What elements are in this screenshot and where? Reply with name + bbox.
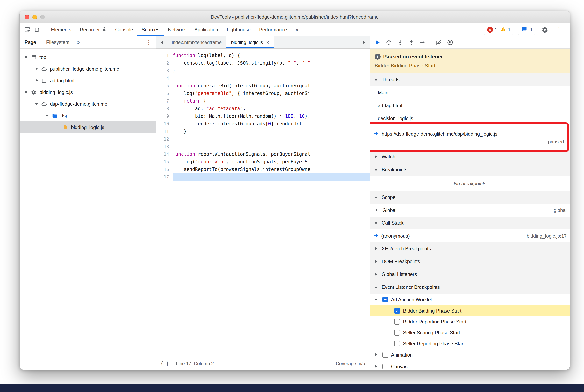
checkbox-indeterminate[interactable] bbox=[382, 297, 388, 302]
resume-script-button[interactable] bbox=[372, 37, 383, 48]
section-watch[interactable]: Watch bbox=[370, 150, 570, 163]
navigator-more-tabs-chevron[interactable]: » bbox=[74, 36, 82, 48]
console-summary-chip[interactable]: × 1 1 bbox=[484, 25, 514, 35]
issues-button[interactable]: 1 bbox=[518, 25, 536, 35]
tree-item-publisher-fledge-demo-glitch-me[interactable]: publisher-fledge-demo.glitch.me bbox=[20, 63, 156, 75]
section-event-listener-breakpoints[interactable]: Event Listener Breakpoints bbox=[370, 281, 570, 294]
checkbox-unchecked[interactable] bbox=[394, 330, 400, 336]
code-line[interactable]: 2 console.log(label, JSON.stringify(o, "… bbox=[156, 59, 370, 67]
fullscreen-window-button[interactable] bbox=[40, 15, 45, 20]
code-text[interactable]: } bbox=[173, 173, 370, 181]
code-text[interactable]: } bbox=[173, 135, 370, 143]
code-text[interactable]: bid: Math.floor(Math.random() * 100, 10)… bbox=[173, 112, 370, 120]
checkbox-checked[interactable] bbox=[394, 308, 400, 314]
section-global-listeners[interactable]: Global Listeners bbox=[370, 268, 570, 281]
format-code-icon[interactable]: { } bbox=[160, 361, 169, 366]
tree-item-dsp-fledge-demo-glitch-me[interactable]: dsp-fledge-demo.glitch.me bbox=[20, 98, 156, 110]
expand-icon[interactable] bbox=[373, 352, 380, 357]
section-call-stack[interactable]: Call Stack bbox=[370, 217, 570, 230]
code-line[interactable]: 10 render: interestGroup.ads[0].renderUr… bbox=[156, 120, 370, 128]
more-panels-chevron[interactable]: » bbox=[291, 23, 303, 36]
step-out-button[interactable] bbox=[406, 37, 417, 48]
hide-navigator-icon[interactable] bbox=[156, 36, 167, 48]
section-breakpoints[interactable]: Breakpoints bbox=[370, 163, 570, 176]
expand-icon[interactable] bbox=[34, 78, 40, 83]
code-text[interactable]: sendReportTo(browserSignals.interestGrou… bbox=[173, 166, 370, 173]
collapse-icon[interactable] bbox=[373, 297, 380, 302]
code-text[interactable]: log("reportWin", { auctionSignals, perBu… bbox=[173, 158, 370, 166]
tab-application[interactable]: Application bbox=[190, 23, 222, 36]
elb-item-seller-scoring-phase-start[interactable]: Seller Scoring Phase Start bbox=[370, 327, 570, 338]
collapse-icon[interactable] bbox=[23, 55, 30, 60]
error-badge[interactable]: × 1 bbox=[487, 27, 497, 33]
code-line[interactable]: 15 log("reportWin", { auctionSignals, pe… bbox=[156, 158, 370, 166]
code-line[interactable]: 13 bbox=[156, 143, 370, 150]
next-editor-tab-icon[interactable] bbox=[359, 36, 370, 48]
device-toolbar-icon[interactable] bbox=[32, 25, 42, 35]
elb-item-bidder-reporting-phase-start[interactable]: Bidder Reporting Phase Start bbox=[370, 316, 570, 327]
elb-group-ad-auction-worklet[interactable]: Ad Auction Worklet bbox=[370, 294, 570, 306]
step-button[interactable] bbox=[418, 37, 428, 48]
code-line[interactable]: 12} bbox=[156, 135, 370, 143]
deactivate-breakpoints-button[interactable] bbox=[434, 37, 444, 48]
step-over-button[interactable] bbox=[384, 37, 394, 48]
code-text[interactable]: console.log(label, JSON.stringify(o, " "… bbox=[173, 59, 370, 67]
code-text[interactable]: ad: "ad-metadata", bbox=[173, 105, 370, 112]
code-line[interactable]: 11 } bbox=[156, 128, 370, 135]
tab-lighthouse[interactable]: Lighthouse bbox=[223, 23, 255, 36]
code-text[interactable] bbox=[173, 143, 370, 150]
pause-on-exceptions-button[interactable] bbox=[445, 37, 455, 48]
checkbox-unchecked[interactable] bbox=[394, 340, 400, 346]
checkbox-unchecked[interactable] bbox=[382, 352, 388, 358]
tab-network[interactable]: Network bbox=[164, 23, 190, 36]
tab-recorder[interactable]: Recorder bbox=[75, 23, 111, 36]
code-text[interactable]: return { bbox=[173, 97, 370, 105]
code-line[interactable]: 7 return { bbox=[156, 97, 370, 105]
section-dom-breakpoints[interactable]: DOM Breakpoints bbox=[370, 255, 570, 268]
checkbox-unchecked[interactable] bbox=[394, 319, 400, 325]
code-line[interactable]: 3} bbox=[156, 67, 370, 74]
elb-item-seller-reporting-phase-start[interactable]: Seller Reporting Phase Start bbox=[370, 338, 570, 349]
code-text[interactable]: function reportWin(auctionSignals, perBu… bbox=[173, 150, 370, 158]
file-tab-index-html-fencedframe[interactable]: index.html?fencedframe bbox=[167, 36, 226, 48]
checkbox-unchecked[interactable] bbox=[382, 364, 388, 370]
code-line[interactable]: 9 bid: Math.floor(Math.random() * 100, 1… bbox=[156, 112, 370, 120]
expand-icon[interactable] bbox=[374, 208, 380, 212]
tab-performance[interactable]: Performance bbox=[255, 23, 291, 36]
settings-gear-icon[interactable] bbox=[540, 25, 550, 35]
code-text[interactable]: } bbox=[173, 128, 370, 135]
collapse-icon[interactable] bbox=[23, 90, 30, 94]
tree-item-bidding-logic-js[interactable]: bidding_logic.js bbox=[20, 86, 156, 98]
navigator-menu-icon[interactable]: ⋮ bbox=[142, 39, 156, 46]
code-text[interactable]: function generateBid(interestGroup, auct… bbox=[173, 82, 370, 90]
thread-item-ad-tag-html[interactable]: ad-tag.html bbox=[370, 99, 570, 112]
tab-elements[interactable]: Elements bbox=[47, 23, 75, 36]
scope-row-global[interactable]: Globalglobal bbox=[370, 204, 570, 217]
code-line[interactable]: 17} bbox=[156, 173, 370, 181]
code-text[interactable]: log("generateBid", { interestGroup, auct… bbox=[173, 90, 370, 97]
expand-icon[interactable] bbox=[34, 66, 40, 71]
code-line[interactable]: 6 log("generateBid", { interestGroup, au… bbox=[156, 90, 370, 97]
call-stack-frame[interactable]: (anonymous)bidding_logic.js:17 bbox=[370, 230, 570, 242]
section-xhr-breakpoints[interactable]: XHR/fetch Breakpoints bbox=[370, 242, 570, 255]
thread-item-paused[interactable]: https://dsp-fledge-demo.glitch.me/dsp/bi… bbox=[370, 125, 570, 150]
thread-item-main[interactable]: Main bbox=[370, 86, 570, 99]
elb-group-canvas[interactable]: Canvas bbox=[370, 361, 570, 370]
code-text[interactable]: render: interestGroup.ads[0].renderUrl bbox=[173, 120, 370, 128]
close-window-button[interactable] bbox=[25, 15, 29, 20]
section-threads[interactable]: Threads bbox=[370, 74, 570, 86]
code-line[interactable]: 5function generateBid(interestGroup, auc… bbox=[156, 82, 370, 90]
tree-item-bidding-logic-js[interactable]: bidding_logic.js bbox=[20, 122, 156, 133]
tab-sources[interactable]: Sources bbox=[137, 23, 164, 36]
main-menu-icon[interactable]: ⋮ bbox=[554, 25, 564, 35]
inspect-element-icon[interactable] bbox=[22, 25, 32, 35]
code-text[interactable]: function log(label, o) { bbox=[173, 52, 370, 59]
minimize-window-button[interactable] bbox=[32, 15, 37, 20]
code-text[interactable] bbox=[173, 74, 370, 82]
code-line[interactable]: 14function reportWin(auctionSignals, per… bbox=[156, 150, 370, 158]
tab-console[interactable]: Console bbox=[111, 23, 137, 36]
elb-item-bidder-bidding-phase-start[interactable]: Bidder Bidding Phase Start bbox=[370, 306, 570, 316]
tab-page[interactable]: Page bbox=[20, 36, 41, 48]
warning-badge[interactable]: 1 bbox=[500, 26, 511, 33]
code-line[interactable]: 1function log(label, o) { bbox=[156, 52, 370, 59]
